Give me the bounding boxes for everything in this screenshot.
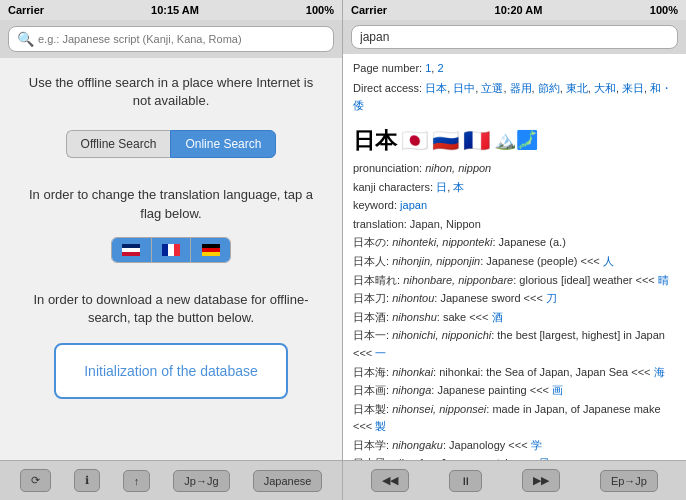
direct-access-nicchu[interactable]: 日中	[453, 82, 475, 94]
online-search-button[interactable]: Online Search	[170, 130, 276, 158]
entry-image-1: 🏔️🗾	[494, 126, 538, 155]
entry-nihon: 日本 🇯🇵 🇷🇺 🇫🇷 🏔️🗾 pronunciation: nihon, ni…	[353, 123, 676, 460]
right-carrier: Carrier	[351, 4, 387, 16]
page-1-link[interactable]: 1	[425, 62, 431, 74]
direct-access: Direct access: 日本, 日中, 立選, 器用, 節約, 東北, 大…	[353, 80, 676, 115]
toolbar-jp-jg-button[interactable]: Jp→Jg	[173, 470, 229, 492]
toolbar-info-button[interactable]: ℹ	[74, 469, 100, 492]
toolbar-prev-button[interactable]: ◀◀	[371, 469, 409, 492]
direct-access-tohoku[interactable]: 東北	[566, 82, 588, 94]
language-flags	[111, 237, 231, 263]
direct-access-rainichi[interactable]: 来日	[622, 82, 644, 94]
up-icon: ↑	[134, 475, 140, 487]
pronunciation-nihon: pronunciation: nihon, nippon	[353, 160, 676, 178]
prev-icon: ◀◀	[382, 474, 398, 487]
nihonbare: 日本晴れ: nihonbare, nipponbare: glorious [i…	[353, 272, 676, 290]
left-status-bar: Carrier 10:15 AM 100%	[0, 0, 342, 20]
right-panel: Carrier 10:20 AM 100% Page number: 1, 2 …	[343, 0, 686, 500]
right-search-input[interactable]	[360, 30, 669, 44]
toolbar-up-button[interactable]: ↑	[123, 470, 151, 492]
toolbar-ep-jp-button[interactable]: Ep→Jp	[600, 470, 658, 492]
next-icon: ▶▶	[533, 474, 549, 487]
flag-french[interactable]	[152, 238, 192, 262]
nihontou: 日本刀: nihontou: Japanese sword <<< 刀	[353, 290, 676, 308]
right-toolbar: ◀◀ ⏸ ▶▶ Ep→Jp	[343, 460, 686, 500]
flag-ru: 🇷🇺	[432, 123, 459, 158]
init-db-button[interactable]: Initialization of the database	[54, 343, 288, 399]
left-toolbar: ⟳ ℹ ↑ Jp→Jg Japanese	[0, 460, 342, 500]
fr-flag-icon	[162, 244, 180, 256]
refresh-icon: ⟳	[31, 474, 40, 487]
search-icon: 🔍	[17, 31, 34, 47]
right-battery: 100%	[650, 4, 678, 16]
nihongaku: 日本学: nihongaku: Japanology <<< 学	[353, 437, 676, 455]
left-search-bar: 🔍	[8, 26, 334, 52]
left-time: 10:15 AM	[151, 4, 199, 16]
offline-description: Use the offline search in a place where …	[24, 74, 318, 110]
page-info: Page number: 1, 2	[353, 60, 676, 78]
change-language-text: In order to change the translation langu…	[24, 186, 318, 222]
direct-access-setsuyaku[interactable]: 節約	[538, 82, 560, 94]
nihonjin: 日本人: nihonjin, nipponjin: Japanese (peop…	[353, 253, 676, 271]
flag-jp: 🇯🇵	[401, 123, 428, 158]
right-content: Page number: 1, 2 Direct access: 日本, 日中,…	[343, 54, 686, 460]
download-db-text: In order to download a new database for …	[24, 291, 318, 327]
de-flag-icon	[202, 244, 220, 256]
left-panel: Carrier 10:15 AM 100% 🔍 Use the offline …	[0, 0, 343, 500]
nihonkai: 日本海: nihonkai: nihonkai: the Sea of Japa…	[353, 364, 676, 382]
kanji-nihon: 日本	[353, 123, 397, 158]
toolbar-japanese-button[interactable]: Japanese	[253, 470, 323, 492]
right-search-bar	[351, 25, 678, 49]
kanji-chars-nihon: kanji characters: 日, 本	[353, 179, 676, 197]
flag-english[interactable]	[112, 238, 152, 262]
toolbar-next-button[interactable]: ▶▶	[522, 469, 560, 492]
page-2-link[interactable]: 2	[437, 62, 443, 74]
nihonsei: 日本製: nihonsei, nipponsei: made in Japan,…	[353, 401, 676, 436]
nihonshu: 日本酒: nihonshu: sake <<< 酒	[353, 309, 676, 327]
left-carrier: Carrier	[8, 4, 44, 16]
left-content: Use the offline search in a place where …	[0, 58, 342, 460]
left-search-container: 🔍	[0, 20, 342, 58]
direct-access-kiyou[interactable]: 器用	[510, 82, 532, 94]
direct-access-rissen[interactable]: 立選	[481, 82, 503, 94]
nihonteki: 日本の: nihonteki, nipponteki: Japanese (a.…	[353, 234, 676, 252]
direct-access-yamato[interactable]: 大和	[594, 82, 616, 94]
flag-fr: 🇫🇷	[463, 123, 490, 158]
toolbar-pause-button[interactable]: ⏸	[449, 470, 482, 492]
offline-search-button[interactable]: Offline Search	[66, 130, 171, 158]
direct-access-nihon[interactable]: 日本	[425, 82, 447, 94]
info-icon: ℹ	[85, 474, 89, 487]
right-time: 10:20 AM	[495, 4, 543, 16]
flag-german[interactable]	[191, 238, 230, 262]
init-db-label: Initialization of the database	[84, 363, 258, 379]
uk-flag-icon	[122, 244, 140, 256]
nihonichi: 日本一: nihonichi, nipponichi: the best [la…	[353, 327, 676, 362]
search-buttons: Offline Search Online Search	[66, 130, 277, 158]
right-search-container	[343, 20, 686, 54]
right-status-bar: Carrier 10:20 AM 100%	[343, 0, 686, 20]
pause-icon: ⏸	[460, 475, 471, 487]
search-input[interactable]	[38, 33, 325, 45]
keyword-nihon: keyword: japan	[353, 197, 676, 215]
translation-nihon: translation: Japan, Nippon	[353, 216, 676, 234]
toolbar-refresh-button[interactable]: ⟳	[20, 469, 51, 492]
nihonga: 日本画: nihonga: Japanese painting <<< 画	[353, 382, 676, 400]
left-battery: 100%	[306, 4, 334, 16]
kanji-heading-nihon: 日本 🇯🇵 🇷🇺 🇫🇷 🏔️🗾	[353, 123, 676, 158]
